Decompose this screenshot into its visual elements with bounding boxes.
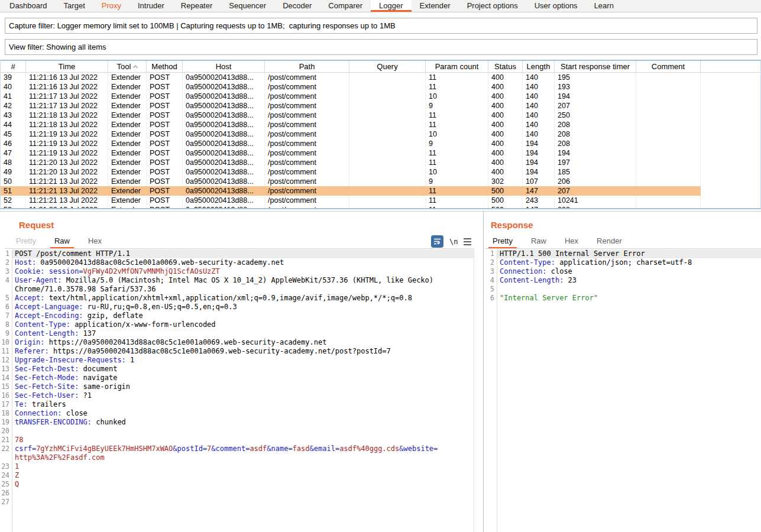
cell-num: 51 [1,186,26,196]
cell-method: POST [147,167,183,177]
tab-response-raw[interactable]: Raw [527,234,550,249]
menu-item-sequencer[interactable]: Sequencer [221,0,274,12]
cell-start-response-timer: 193 [555,82,636,92]
column-header-label: Status [494,62,516,71]
log-row-51[interactable]: 5111:21:21 13 Jul 2022ExtenderPOST0a9500… [1,186,701,196]
menu-item-intruder[interactable]: Intruder [129,0,173,12]
cell-host: 0a9500020413d88... [183,101,265,111]
cell-status: 400 [488,167,523,177]
line-number: 14 [0,374,12,382]
line-number: 9 [0,329,12,338]
log-row-53[interactable]: 5311:21:22 13 Jul 2022ExtenderPOST0a9500… [1,205,701,209]
cell-num: 45 [1,129,26,139]
cell-path: /post/comment [265,111,349,120]
column-header-method[interactable]: Method [147,61,183,72]
cell-tool: Extender [108,129,147,139]
log-row-48[interactable]: 4811:21:20 13 Jul 2022ExtenderPOST0a9500… [1,158,701,167]
cell-tool: Extender [108,196,147,205]
cell-status: 500 [488,186,523,196]
tab-response-pretty[interactable]: Pretty [488,234,517,249]
cell-method: POST [147,196,183,205]
column-header-tool[interactable]: Tool [108,61,147,72]
menu-item-comparer[interactable]: Comparer [320,0,371,12]
cell-length: 140 [523,101,555,111]
line-number: 19 [0,418,12,427]
logger-table[interactable]: #TimeToolMethodHostPathQueryParam countS… [0,60,761,209]
cell-path: /post/comment [265,148,349,158]
column-header-start-response-timer[interactable]: Start response timer [555,61,636,72]
menu-item-decoder[interactable]: Decoder [274,0,320,12]
response-panel-title: Response [491,220,533,230]
soft-wrap-toggle-icon[interactable] [431,235,443,248]
column-header-path[interactable]: Path [265,61,349,72]
cell-query [349,158,426,167]
menu-item-user-options[interactable]: User options [526,0,586,12]
cell-host: 0a9500020413d88... [183,111,265,120]
log-row-50[interactable]: 5011:21:21 13 Jul 2022ExtenderPOST0a9500… [1,177,701,186]
menu-item-dashboard[interactable]: Dashboard [1,0,56,12]
cell-query [349,129,426,139]
menu-item-project-options[interactable]: Project options [459,0,526,12]
request-line-20: 20 [0,427,474,436]
cell-tool: Extender [108,139,147,148]
menu-item-proxy[interactable]: Proxy [93,0,129,12]
log-row-40[interactable]: 4011:21:16 13 Jul 2022ExtenderPOST0a9500… [1,82,701,92]
log-row-42[interactable]: 4211:21:17 13 Jul 2022ExtenderPOST0a9500… [1,101,701,111]
column-header-host[interactable]: Host [183,61,265,72]
newline-toggle-icon[interactable]: \n [449,238,458,246]
column-header-query[interactable]: Query [349,61,426,72]
view-filter-bar[interactable]: View filter: Showing all items [5,39,757,55]
response-line-6: 6"Internal Server Error" [485,294,761,303]
request-line-15: 15Sec-Fetch-Site: same-origin [0,382,474,391]
menu-item-learn[interactable]: Learn [586,0,622,12]
cell-path: /post/comment [265,82,349,92]
line-number: 1 [485,249,497,258]
cell-comment [636,148,701,158]
cell-param-count: 11 [426,111,488,120]
column-header-comment[interactable]: Comment [636,61,701,72]
tab-request-raw[interactable]: Raw [50,234,74,249]
request-editor[interactable]: 1POST /post/comment HTTP/1.12Host: 0a950… [0,249,474,532]
response-line-3: 3Connection: close [485,267,761,276]
logger-table-header: #TimeToolMethodHostPathQueryParam countS… [1,61,760,73]
column-header-param-count[interactable]: Param count [426,61,488,72]
column-header-status[interactable]: Status [488,61,523,72]
editor-menu-icon[interactable] [464,238,471,245]
log-row-52[interactable]: 5211:21:21 13 Jul 2022ExtenderPOST0a9500… [1,196,701,205]
log-row-49[interactable]: 4911:21:20 13 Jul 2022ExtenderPOST0a9500… [1,167,701,177]
log-row-41[interactable]: 4111:21:17 13 Jul 2022ExtenderPOST0a9500… [1,92,701,101]
tab-request-hex[interactable]: Hex [84,234,106,249]
menu-item-target[interactable]: Target [56,0,93,12]
cell-length: 147 [523,205,555,209]
request-line-5: 5Accept: text/html,application/xhtml+xml… [0,294,474,303]
tab-response-render[interactable]: Render [592,234,626,249]
cell-start-response-timer: 207 [555,101,636,111]
log-row-39[interactable]: 3911:21:16 13 Jul 2022ExtenderPOST0a9500… [1,73,701,82]
tab-response-hex[interactable]: Hex [561,234,582,249]
log-row-44[interactable]: 4411:21:18 13 Jul 2022ExtenderPOST0a9500… [1,120,701,129]
log-row-45[interactable]: 4511:21:19 13 Jul 2022ExtenderPOST0a9500… [1,129,701,139]
menu-item-extender[interactable]: Extender [412,0,459,12]
log-row-47[interactable]: 4711:21:19 13 Jul 2022ExtenderPOST0a9500… [1,148,701,158]
menu-item-repeater[interactable]: Repeater [173,0,221,12]
column-header-time[interactable]: Time [26,61,108,72]
menu-item-logger[interactable]: Logger [371,0,411,12]
tab-request-pretty[interactable]: Pretty [12,234,40,249]
cell-tool: Extender [108,73,147,82]
cell-start-response-timer: 195 [555,73,636,82]
request-line-21: 2178 [0,436,474,445]
request-line-27: 27 [0,498,474,507]
cell-comment [636,205,701,209]
cell-path: /post/comment [265,73,349,82]
log-row-43[interactable]: 4311:21:18 13 Jul 2022ExtenderPOST0a9500… [1,111,701,120]
capture-filter-bar[interactable]: Capture filter: Logger memory limit set … [5,18,757,34]
column-header-label: Time [59,62,75,71]
line-number: 4 [485,276,497,285]
column-header-num[interactable]: # [1,61,26,72]
column-header-label: # [11,62,15,71]
line-number: 10 [0,338,12,347]
log-row-46[interactable]: 4611:21:19 13 Jul 2022ExtenderPOST0a9500… [1,139,701,148]
cell-host: 0a9500020413d88... [183,205,265,209]
column-header-length[interactable]: Length [523,61,555,72]
response-editor[interactable]: 1HTTP/1.1 500 Internal Server Error2Cont… [485,249,761,532]
